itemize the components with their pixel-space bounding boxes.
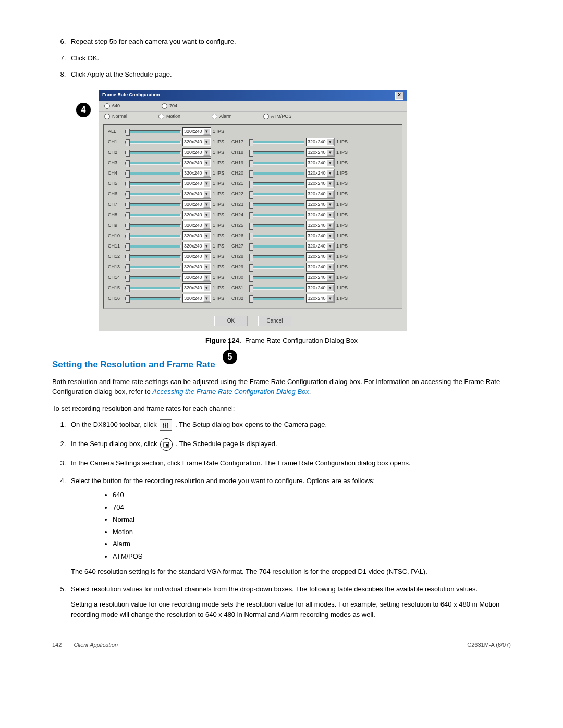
- framerate-slider[interactable]: [125, 287, 181, 290]
- resolution-dropdown[interactable]: 320x240▾: [306, 294, 335, 303]
- slider-thumb-icon[interactable]: [249, 275, 253, 282]
- framerate-slider[interactable]: [249, 193, 304, 196]
- resolution-dropdown[interactable]: 320x240▾: [182, 179, 211, 188]
- slider-thumb-icon[interactable]: [126, 150, 130, 157]
- resolution-dropdown[interactable]: 320x240▾: [182, 127, 211, 136]
- slider-thumb-icon[interactable]: [126, 254, 130, 261]
- framerate-slider[interactable]: [249, 162, 304, 165]
- resolution-dropdown[interactable]: 320x240▾: [182, 263, 211, 272]
- slider-thumb-icon[interactable]: [249, 264, 253, 272]
- resolution-dropdown[interactable]: 320x240▾: [182, 273, 211, 282]
- resolution-dropdown[interactable]: 320x240▾: [182, 138, 211, 146]
- cancel-button[interactable]: Cancel: [258, 316, 291, 326]
- resolution-dropdown[interactable]: 320x240▾: [306, 231, 335, 240]
- resolution-dropdown[interactable]: 320x240▾: [182, 158, 211, 167]
- framerate-slider[interactable]: [249, 235, 304, 238]
- framerate-slider[interactable]: [249, 266, 304, 269]
- slider-thumb-icon[interactable]: [126, 223, 130, 230]
- framerate-slider[interactable]: [125, 193, 181, 196]
- slider-thumb-icon[interactable]: [126, 202, 130, 209]
- framerate-slider[interactable]: [125, 297, 181, 300]
- framerate-slider[interactable]: [125, 266, 181, 269]
- ok-button[interactable]: OK: [214, 316, 248, 326]
- framerate-slider[interactable]: [125, 172, 181, 175]
- framerate-slider[interactable]: [249, 224, 304, 227]
- framerate-slider[interactable]: [249, 297, 304, 300]
- framerate-slider[interactable]: [249, 287, 304, 290]
- resolution-dropdown[interactable]: 320x240▾: [182, 231, 211, 240]
- radio-alarm[interactable]: Alarm: [212, 113, 232, 120]
- slider-thumb-icon[interactable]: [126, 160, 130, 167]
- dialog-titlebar[interactable]: Frame Rate Configuration X: [99, 90, 407, 101]
- framerate-slider[interactable]: [249, 214, 304, 217]
- framerate-slider[interactable]: [249, 172, 304, 175]
- resolution-dropdown[interactable]: 320x240▾: [306, 263, 335, 272]
- radio-704[interactable]: 704: [162, 103, 177, 110]
- accessing-link[interactable]: Accessing the Frame Rate Configuration D…: [152, 388, 309, 396]
- resolution-dropdown[interactable]: 320x240▾: [182, 221, 211, 230]
- slider-thumb-icon[interactable]: [249, 233, 253, 240]
- resolution-dropdown[interactable]: 320x240▾: [182, 242, 211, 251]
- slider-thumb-icon[interactable]: [249, 212, 253, 219]
- radio-640[interactable]: 640: [104, 103, 120, 110]
- radio-atmpos[interactable]: ATM/POS: [263, 113, 292, 120]
- slider-thumb-icon[interactable]: [249, 202, 253, 209]
- slider-thumb-icon[interactable]: [126, 243, 130, 251]
- close-icon[interactable]: X: [395, 92, 403, 100]
- resolution-dropdown[interactable]: 320x240▾: [306, 283, 335, 292]
- framerate-slider[interactable]: [249, 141, 304, 144]
- radio-motion[interactable]: Motion: [158, 113, 180, 120]
- resolution-dropdown[interactable]: 320x240▾: [182, 283, 211, 292]
- slider-thumb-icon[interactable]: [126, 212, 130, 219]
- framerate-slider[interactable]: [125, 276, 181, 279]
- slider-thumb-icon[interactable]: [249, 285, 253, 292]
- framerate-slider[interactable]: [249, 276, 304, 279]
- framerate-slider[interactable]: [125, 245, 181, 248]
- resolution-dropdown[interactable]: 320x240▾: [306, 273, 335, 282]
- resolution-dropdown[interactable]: 320x240▾: [182, 200, 211, 209]
- framerate-slider[interactable]: [125, 203, 181, 206]
- resolution-dropdown[interactable]: 320x240▾: [306, 252, 335, 261]
- slider-thumb-icon[interactable]: [126, 295, 130, 303]
- radio-normal[interactable]: Normal: [104, 113, 127, 120]
- slider-thumb-icon[interactable]: [126, 181, 130, 188]
- framerate-slider[interactable]: [125, 151, 181, 154]
- slider-thumb-icon[interactable]: [249, 160, 253, 167]
- resolution-dropdown[interactable]: 320x240▾: [182, 190, 211, 199]
- resolution-dropdown[interactable]: 320x240▾: [306, 158, 335, 167]
- framerate-slider[interactable]: [125, 182, 181, 186]
- slider-thumb-icon[interactable]: [249, 191, 253, 199]
- slider-thumb-icon[interactable]: [126, 285, 130, 292]
- resolution-dropdown[interactable]: 320x240▾: [306, 169, 335, 178]
- framerate-slider[interactable]: [125, 235, 181, 238]
- resolution-dropdown[interactable]: 320x240▾: [306, 242, 335, 251]
- setup-toolbar-icon[interactable]: [160, 419, 172, 431]
- slider-thumb-icon[interactable]: [126, 191, 130, 199]
- slider-thumb-icon[interactable]: [249, 170, 253, 178]
- framerate-slider[interactable]: [249, 203, 304, 206]
- framerate-slider[interactable]: [125, 255, 181, 258]
- resolution-dropdown[interactable]: 320x240▾: [182, 148, 211, 157]
- slider-thumb-icon[interactable]: [249, 139, 253, 146]
- slider-thumb-icon[interactable]: [249, 254, 253, 261]
- resolution-dropdown[interactable]: 320x240▾: [182, 294, 211, 303]
- framerate-slider[interactable]: [249, 245, 304, 248]
- slider-thumb-icon[interactable]: [126, 275, 130, 282]
- slider-thumb-icon[interactable]: [126, 139, 130, 146]
- resolution-dropdown[interactable]: 320x240▾: [182, 211, 211, 219]
- slider-thumb-icon[interactable]: [126, 233, 130, 240]
- framerate-slider[interactable]: [249, 151, 304, 154]
- framerate-slider[interactable]: [249, 182, 304, 186]
- framerate-slider[interactable]: [125, 214, 181, 217]
- slider-thumb-icon[interactable]: [126, 129, 130, 136]
- schedule-icon[interactable]: [160, 438, 173, 451]
- resolution-dropdown[interactable]: 320x240▾: [306, 148, 335, 157]
- resolution-dropdown[interactable]: 320x240▾: [306, 200, 335, 209]
- framerate-slider[interactable]: [125, 224, 181, 227]
- slider-thumb-icon[interactable]: [126, 170, 130, 178]
- resolution-dropdown[interactable]: 320x240▾: [306, 211, 335, 219]
- resolution-dropdown[interactable]: 320x240▾: [306, 138, 335, 146]
- slider-thumb-icon[interactable]: [249, 150, 253, 157]
- resolution-dropdown[interactable]: 320x240▾: [306, 190, 335, 199]
- resolution-dropdown[interactable]: 320x240▾: [182, 169, 211, 178]
